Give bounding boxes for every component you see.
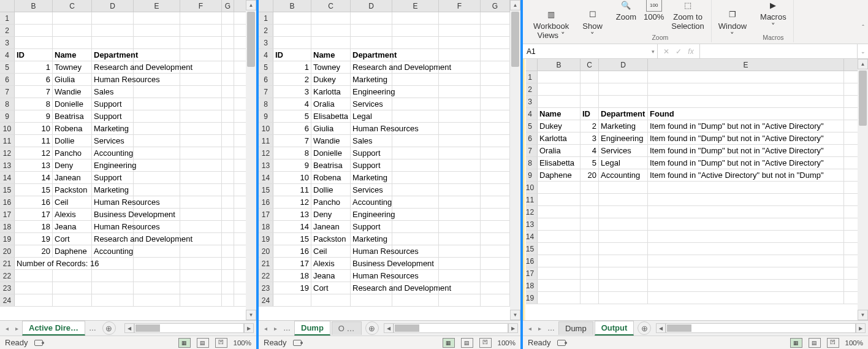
cell[interactable]: 4: [581, 145, 599, 156]
cell[interactable]: [92, 270, 134, 282]
row-header[interactable]: 8: [0, 98, 15, 110]
scroll-up-icon[interactable]: ▲: [510, 0, 520, 10]
cell[interactable]: [481, 12, 510, 24]
cell[interactable]: [439, 209, 481, 220]
cell[interactable]: [53, 37, 92, 48]
row-header[interactable]: 16: [0, 196, 15, 208]
cell[interactable]: 2: [581, 120, 599, 132]
cell[interactable]: [134, 172, 180, 183]
tab-dump[interactable]: Dump: [294, 321, 330, 336]
cell[interactable]: [439, 110, 481, 122]
cell[interactable]: [180, 294, 222, 306]
cell[interactable]: Services: [599, 145, 648, 156]
cell[interactable]: [439, 196, 481, 208]
cell[interactable]: [481, 49, 510, 61]
cell[interactable]: [538, 96, 581, 107]
cell[interactable]: [180, 209, 222, 220]
cell[interactable]: [222, 258, 234, 269]
row-header[interactable]: 13: [259, 159, 273, 171]
cell[interactable]: [538, 231, 581, 242]
cell[interactable]: [351, 294, 392, 306]
cell[interactable]: Dukey: [538, 120, 581, 132]
cell[interactable]: 13: [15, 159, 53, 171]
cell[interactable]: [134, 110, 180, 122]
cell[interactable]: [392, 282, 439, 294]
cell[interactable]: [134, 74, 180, 85]
cell[interactable]: [599, 71, 648, 83]
row-header[interactable]: 15: [259, 184, 273, 196]
new-sheet-button[interactable]: ⊕: [638, 321, 651, 335]
cell[interactable]: [648, 96, 844, 107]
cell[interactable]: Support: [351, 147, 392, 159]
cell[interactable]: [439, 49, 481, 61]
scroll-up-icon[interactable]: ▲: [858, 59, 868, 69]
row-header[interactable]: 22: [0, 270, 15, 282]
cell[interactable]: [439, 12, 481, 24]
cell[interactable]: Packston: [311, 233, 351, 245]
new-sheet-button[interactable]: ⊕: [102, 321, 116, 335]
col-header-C[interactable]: C: [581, 59, 599, 71]
cell[interactable]: [392, 25, 439, 36]
cell[interactable]: [180, 37, 222, 48]
cell[interactable]: 3: [273, 86, 311, 98]
scroll-right-icon[interactable]: ▶: [508, 323, 518, 333]
cell[interactable]: [648, 255, 844, 267]
cell[interactable]: [581, 280, 599, 291]
cell[interactable]: 16: [273, 245, 311, 257]
cell[interactable]: [392, 123, 439, 134]
cell[interactable]: [599, 231, 648, 242]
cell[interactable]: Accounting: [599, 169, 648, 181]
view-pagebreak-icon[interactable]: 凹: [479, 338, 492, 348]
cell[interactable]: Name: [311, 49, 351, 61]
col-header-B[interactable]: B: [15, 0, 53, 12]
col-header-E[interactable]: E: [392, 0, 439, 12]
cell[interactable]: [481, 110, 510, 122]
cell[interactable]: 11: [15, 135, 53, 147]
cell[interactable]: Name: [53, 49, 92, 61]
scroll-left-icon[interactable]: ◀: [124, 323, 134, 333]
zoom-level[interactable]: 100%: [234, 339, 251, 347]
cell[interactable]: [134, 221, 180, 232]
cell[interactable]: [180, 98, 222, 110]
cell[interactable]: [222, 209, 234, 220]
new-sheet-button[interactable]: ⊕: [365, 321, 379, 335]
cell[interactable]: [648, 194, 844, 205]
row-header[interactable]: 4: [0, 49, 15, 61]
cell[interactable]: [134, 49, 180, 61]
cell[interactable]: [538, 267, 581, 279]
cell[interactable]: [273, 294, 311, 306]
cell[interactable]: [481, 37, 510, 48]
cell[interactable]: [538, 194, 581, 205]
zoom-100-button[interactable]: 100100%: [642, 0, 666, 22]
cell[interactable]: [311, 25, 351, 36]
cell[interactable]: [392, 61, 439, 73]
cell[interactable]: [392, 37, 439, 48]
cell[interactable]: [599, 280, 648, 291]
cell[interactable]: Giulia: [311, 123, 351, 134]
cell[interactable]: [180, 282, 222, 294]
cell[interactable]: Towney: [311, 61, 351, 73]
cell[interactable]: [222, 25, 234, 36]
cell[interactable]: [222, 135, 234, 147]
row-header[interactable]: 21: [0, 258, 15, 269]
cell[interactable]: [134, 61, 180, 73]
cell[interactable]: 6: [15, 74, 53, 85]
cell[interactable]: [481, 25, 510, 36]
cell[interactable]: 14: [15, 172, 53, 183]
row-header[interactable]: 11: [0, 135, 15, 147]
cell[interactable]: Jeana: [53, 221, 92, 232]
cell[interactable]: Engineering: [351, 86, 392, 98]
view-pagebreak-icon[interactable]: 凹: [215, 338, 227, 348]
cell[interactable]: [392, 110, 439, 122]
row-header[interactable]: 16: [259, 196, 273, 208]
cell[interactable]: Support: [92, 172, 134, 183]
cell[interactable]: Support: [351, 221, 392, 232]
cell[interactable]: [439, 37, 481, 48]
cell[interactable]: Found: [648, 108, 844, 120]
cell[interactable]: [599, 96, 648, 107]
scroll-left-icon[interactable]: ◀: [384, 323, 394, 333]
cell[interactable]: [439, 258, 481, 269]
cell[interactable]: ID: [581, 108, 599, 120]
cell[interactable]: [180, 123, 222, 134]
select-all[interactable]: [259, 0, 273, 12]
